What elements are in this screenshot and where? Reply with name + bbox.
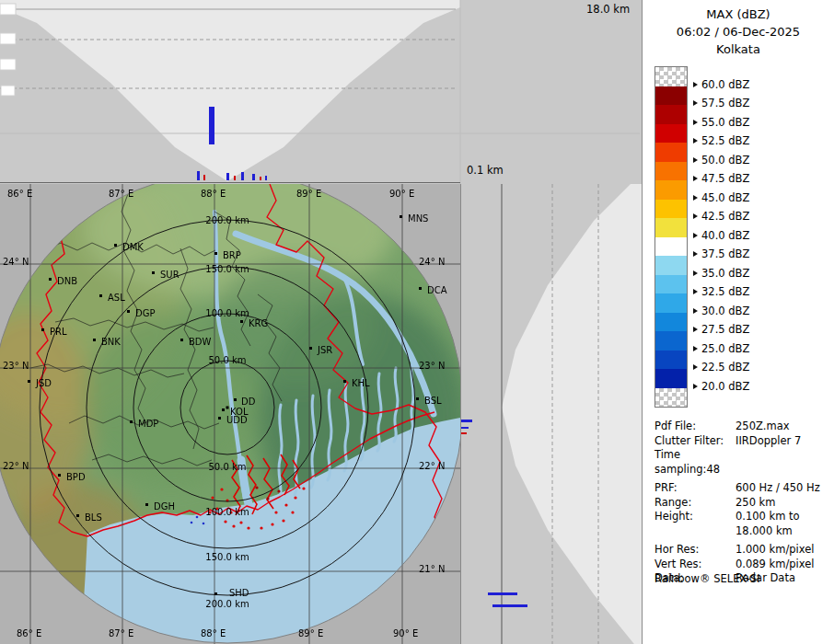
lon-label: 88° E — [201, 189, 226, 199]
meta-value: IIRDoppler 7 — [736, 434, 828, 449]
legend-cell — [655, 218, 687, 237]
station-marker — [214, 592, 217, 595]
meta-label: Range: — [654, 496, 736, 511]
legend-label: 55.0 dBZ — [701, 116, 749, 129]
meta-label: Pdf File: — [654, 420, 736, 434]
legend-label: 57.5 dBZ — [701, 97, 749, 109]
legend-cell — [655, 388, 687, 408]
station-marker — [416, 397, 419, 400]
station-label: KRG — [249, 318, 268, 328]
station-label: BRP — [223, 250, 241, 260]
legend-label: 20.0 dBZ — [701, 380, 749, 393]
radar-map: 86° E87° E88° E89° E90° E86° E87° E88° E… — [0, 184, 460, 644]
station-label: ASL — [108, 293, 125, 303]
legend-tick-arrow-icon — [693, 384, 698, 389]
lat-label: 22° N — [3, 461, 29, 471]
station-label: BDW — [189, 337, 212, 347]
legend-label: 30.0 dBZ — [701, 305, 749, 317]
legend-cell — [655, 180, 687, 200]
legend-label: 22.5 dBZ — [701, 361, 749, 374]
lon-label: 90° E — [389, 189, 414, 199]
meta-value: 600 Hz / 450 Hz — [736, 481, 828, 496]
legend-tick-arrow-icon — [693, 195, 698, 201]
legend-label-row: 37.5 dBZ — [693, 247, 749, 260]
top-projection-panel: 18.0 km 0.1 km — [0, 0, 642, 184]
legend-tick-arrow-icon — [693, 176, 698, 181]
meta-row: Height:0.100 km to — [654, 510, 828, 524]
lat-label: 24° N — [419, 257, 445, 267]
info-panel: MAX (dBZ) 06:02 / 06-Dec-2025 Kolkata 60… — [642, 0, 834, 644]
legend-label: 52.5 dBZ — [701, 134, 749, 147]
legend-cell — [655, 162, 687, 181]
legend-tick-arrow-icon — [693, 233, 698, 238]
range-ring-label: 200.0 km — [205, 599, 249, 609]
product-timestamp: 06:02 / 06-Dec-2025 — [643, 23, 834, 40]
metadata-list: Pdf File:250Z.maxClutter Filter:IIRDoppl… — [654, 420, 828, 586]
station-marker — [130, 420, 133, 423]
meta-row: Range:250 km — [654, 496, 828, 511]
station-label: SUR — [160, 270, 180, 280]
legend-label-row: 32.5 dBZ — [693, 285, 749, 298]
lon-label: 88° E — [201, 628, 226, 638]
range-ring-label: 100.0 km — [205, 308, 249, 318]
station-marker — [152, 271, 155, 274]
station-marker — [222, 408, 225, 411]
meta-row: Time sampling:48 — [654, 448, 828, 477]
meta-row: 18.000 km — [654, 524, 828, 539]
legend-label-row: 45.0 dBZ — [693, 191, 749, 204]
color-scale-bar — [654, 66, 688, 408]
legend-label-row: 27.5 dBZ — [693, 323, 749, 336]
station-label: KHL — [352, 378, 370, 388]
legend-tick-arrow-icon — [693, 270, 698, 276]
meta-value: 1.000 km/pixel — [736, 543, 828, 558]
range-ring-label: 50.0 km — [209, 462, 247, 472]
legend-label-row: 47.5 dBZ — [693, 172, 749, 185]
lon-label: 86° E — [7, 189, 32, 199]
legend-tick-arrow-icon — [693, 327, 698, 332]
legend-tick-arrow-icon — [693, 308, 698, 314]
legend-cell — [655, 124, 687, 144]
station-marker — [49, 278, 52, 281]
station-marker — [127, 310, 130, 313]
station-marker — [114, 244, 117, 247]
legend-tick-arrow-icon — [693, 138, 698, 144]
legend-label: 47.5 dBZ — [701, 172, 749, 185]
station-label: DNB — [57, 276, 77, 286]
station-label: JSR — [317, 345, 332, 355]
top-projection-graphic — [0, 0, 642, 184]
radar-map-graphic: 86° E87° E88° E89° E90° E86° E87° E88° E… — [0, 184, 460, 644]
station-label: SHD — [229, 588, 249, 598]
legend-label: 35.0 dBZ — [701, 267, 749, 280]
legend-tick-arrow-icon — [693, 289, 698, 294]
legend-label-row: 60.0 dBZ — [693, 78, 749, 91]
legend-tick-arrow-icon — [693, 100, 698, 106]
meta-value: 250Z.max — [736, 420, 828, 434]
station-marker — [218, 417, 221, 420]
meta-label: Hor Res: — [654, 543, 736, 558]
dbz-legend: 60.0 dBZ57.5 dBZ55.0 dBZ52.5 dBZ50.0 dBZ… — [654, 66, 829, 411]
range-ring-label: 150.0 km — [205, 552, 249, 562]
meta-value — [736, 448, 828, 477]
legend-cell — [655, 256, 687, 275]
station-marker — [58, 474, 61, 477]
lon-label: 86° E — [17, 628, 41, 638]
legend-tick-arrow-icon — [693, 120, 698, 125]
station-marker — [214, 252, 217, 255]
station-label: BNK — [101, 337, 121, 347]
station-marker — [28, 380, 30, 383]
legend-label-row: 22.5 dBZ — [693, 361, 749, 374]
station-label: DD — [241, 397, 256, 407]
legend-label-row: 50.0 dBZ — [693, 154, 749, 167]
lon-label: 90° E — [393, 628, 418, 638]
side-axis-min-label: 0.1 km — [467, 164, 504, 177]
legend-cell — [655, 331, 687, 351]
legend-label-row: 55.0 dBZ — [693, 116, 749, 129]
meta-label: Clutter Filter: — [654, 434, 736, 449]
side-projection-graphic — [460, 184, 642, 644]
station-label: DGH — [154, 501, 175, 512]
legend-label: 37.5 dBZ — [701, 247, 749, 260]
station-marker — [309, 347, 312, 350]
meta-row: PRF:600 Hz / 450 Hz — [654, 481, 828, 496]
station-label: BPD — [66, 472, 86, 482]
meta-value: 0.089 km/pixel — [736, 558, 828, 572]
